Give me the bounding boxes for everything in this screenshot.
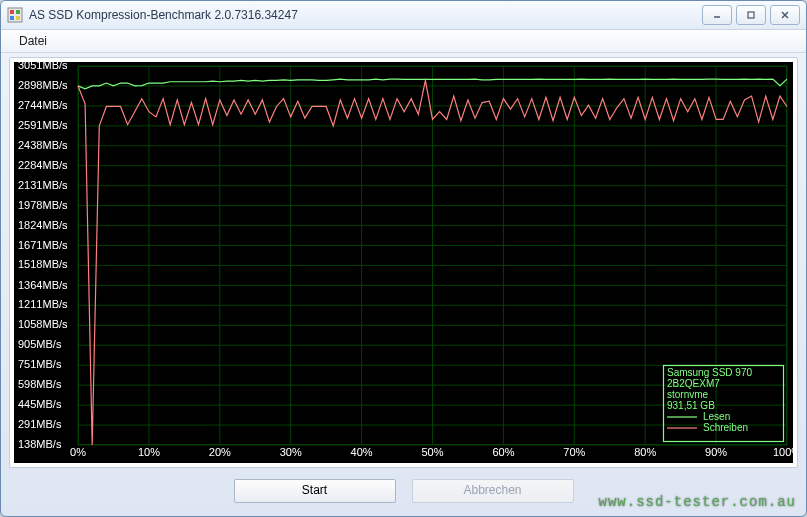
svg-rect-4 <box>16 16 20 20</box>
start-button[interactable]: Start <box>234 479 396 503</box>
window-title: AS SSD Kompression-Benchmark 2.0.7316.34… <box>29 8 702 22</box>
svg-rect-2 <box>16 10 20 14</box>
window-buttons <box>702 5 800 25</box>
svg-rect-1 <box>10 10 14 14</box>
menu-file[interactable]: Datei <box>11 32 55 50</box>
abort-button: Abbrechen <box>412 479 574 503</box>
watermark: www.ssd-tester.com.au <box>599 494 796 510</box>
maximize-button[interactable] <box>736 5 766 25</box>
minimize-button[interactable] <box>702 5 732 25</box>
app-icon <box>7 7 23 23</box>
chart-area <box>14 62 793 463</box>
close-button[interactable] <box>770 5 800 25</box>
svg-rect-6 <box>748 12 754 18</box>
benchmark-chart <box>14 62 793 463</box>
app-window: AS SSD Kompression-Benchmark 2.0.7316.34… <box>0 0 807 517</box>
svg-rect-3 <box>10 16 14 20</box>
client-area <box>9 57 798 468</box>
menubar: Datei <box>1 30 806 53</box>
titlebar: AS SSD Kompression-Benchmark 2.0.7316.34… <box>1 1 806 30</box>
